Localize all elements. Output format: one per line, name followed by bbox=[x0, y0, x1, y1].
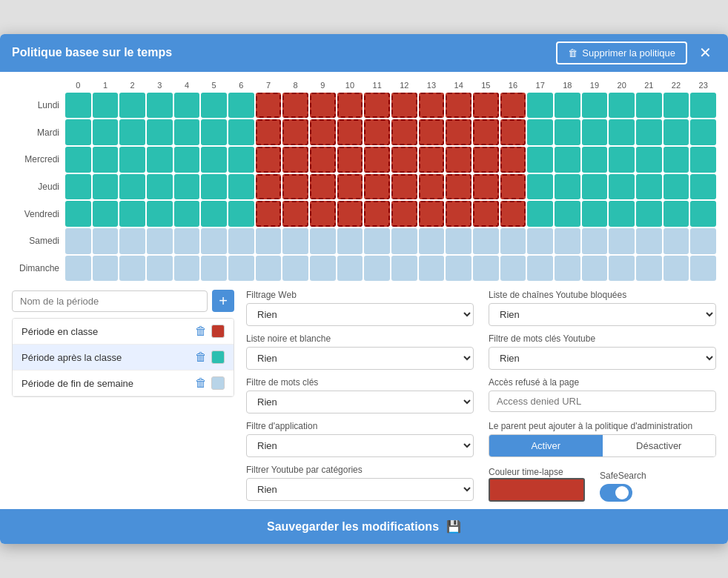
activate-button[interactable]: Activer bbox=[489, 435, 603, 456]
cal-cell[interactable] bbox=[500, 93, 526, 119]
cal-cell[interactable] bbox=[609, 256, 635, 282]
period-color-swatch[interactable] bbox=[211, 376, 225, 390]
cal-cell[interactable] bbox=[65, 119, 91, 145]
cal-cell[interactable] bbox=[473, 201, 499, 227]
cal-cell[interactable] bbox=[582, 119, 608, 145]
cal-cell[interactable] bbox=[500, 119, 526, 145]
cal-cell[interactable] bbox=[147, 228, 173, 254]
cal-cell[interactable] bbox=[555, 147, 580, 173]
access-denied-input[interactable] bbox=[489, 391, 716, 412]
cal-cell[interactable] bbox=[282, 256, 308, 282]
cal-cell[interactable] bbox=[201, 256, 227, 282]
cal-cell[interactable] bbox=[582, 201, 608, 227]
cal-cell[interactable] bbox=[555, 201, 580, 227]
period-color-swatch[interactable] bbox=[211, 325, 225, 338]
cal-cell[interactable] bbox=[337, 119, 363, 145]
cal-cell[interactable] bbox=[256, 201, 282, 227]
cal-cell[interactable] bbox=[147, 256, 173, 282]
delete-policy-button[interactable]: 🗑 Supprimer la politique bbox=[556, 41, 687, 64]
cal-cell[interactable] bbox=[119, 147, 145, 173]
cal-cell[interactable] bbox=[609, 147, 635, 173]
cal-cell[interactable] bbox=[174, 93, 200, 119]
cal-cell[interactable] bbox=[201, 93, 227, 119]
cal-cell[interactable] bbox=[201, 119, 227, 145]
cal-cell[interactable] bbox=[228, 147, 254, 173]
cal-cell[interactable] bbox=[256, 228, 282, 254]
cal-cell[interactable] bbox=[364, 147, 390, 173]
cal-cell[interactable] bbox=[65, 147, 91, 173]
cal-cell[interactable] bbox=[527, 256, 553, 282]
cal-cell[interactable] bbox=[582, 256, 608, 282]
cal-cell[interactable] bbox=[690, 119, 716, 145]
cal-cell[interactable] bbox=[256, 147, 282, 173]
cal-cell[interactable] bbox=[174, 256, 200, 282]
web-filter-select[interactable]: Rien bbox=[246, 303, 474, 326]
cal-cell[interactable] bbox=[337, 201, 363, 227]
cal-cell[interactable] bbox=[555, 256, 580, 282]
cal-cell[interactable] bbox=[690, 201, 716, 227]
cal-cell[interactable] bbox=[664, 201, 689, 227]
timelapse-color-box[interactable] bbox=[489, 478, 585, 502]
cal-cell[interactable] bbox=[419, 174, 445, 200]
cal-cell[interactable] bbox=[636, 201, 662, 227]
cal-cell[interactable] bbox=[256, 93, 282, 119]
cal-cell[interactable] bbox=[119, 174, 145, 200]
cal-cell[interactable] bbox=[201, 174, 227, 200]
cal-cell[interactable] bbox=[690, 93, 716, 119]
close-button[interactable]: ✕ bbox=[695, 44, 716, 62]
cal-cell[interactable] bbox=[664, 228, 689, 254]
cal-cell[interactable] bbox=[609, 201, 635, 227]
cal-cell[interactable] bbox=[228, 174, 254, 200]
cal-cell[interactable] bbox=[391, 119, 417, 145]
cal-cell[interactable] bbox=[364, 93, 390, 119]
cal-cell[interactable] bbox=[310, 256, 336, 282]
cal-cell[interactable] bbox=[473, 174, 499, 200]
save-button[interactable]: Sauvegarder les modifications 💾 bbox=[267, 519, 461, 534]
cal-cell[interactable] bbox=[527, 228, 553, 254]
cal-cell[interactable] bbox=[500, 147, 526, 173]
list-item[interactable]: Période après la classe🗑 bbox=[13, 345, 234, 371]
cal-cell[interactable] bbox=[310, 228, 336, 254]
cal-cell[interactable] bbox=[664, 256, 689, 282]
cal-cell[interactable] bbox=[147, 201, 173, 227]
cal-cell[interactable] bbox=[391, 228, 417, 254]
youtube-channels-select[interactable]: Rien bbox=[489, 303, 716, 326]
cal-cell[interactable] bbox=[282, 174, 308, 200]
cal-cell[interactable] bbox=[527, 174, 553, 200]
cal-cell[interactable] bbox=[582, 174, 608, 200]
cal-cell[interactable] bbox=[310, 119, 336, 145]
cal-cell[interactable] bbox=[65, 93, 91, 119]
youtube-cat-select[interactable]: Rien bbox=[246, 478, 474, 501]
cal-cell[interactable] bbox=[636, 119, 662, 145]
cal-cell[interactable] bbox=[147, 147, 173, 173]
cal-cell[interactable] bbox=[664, 174, 689, 200]
youtube-keywords-select[interactable]: Rien bbox=[489, 347, 716, 370]
cal-cell[interactable] bbox=[93, 256, 119, 282]
cal-cell[interactable] bbox=[636, 174, 662, 200]
cal-cell[interactable] bbox=[391, 201, 417, 227]
cal-cell[interactable] bbox=[446, 174, 471, 200]
cal-cell[interactable] bbox=[391, 93, 417, 119]
cal-cell[interactable] bbox=[473, 228, 499, 254]
cal-cell[interactable] bbox=[636, 256, 662, 282]
cal-cell[interactable] bbox=[337, 174, 363, 200]
delete-period-button[interactable]: 🗑 bbox=[195, 325, 207, 338]
cal-cell[interactable] bbox=[119, 93, 145, 119]
cal-cell[interactable] bbox=[282, 228, 308, 254]
cal-cell[interactable] bbox=[636, 147, 662, 173]
cal-cell[interactable] bbox=[419, 93, 445, 119]
cal-cell[interactable] bbox=[228, 201, 254, 227]
cal-cell[interactable] bbox=[690, 256, 716, 282]
cal-cell[interactable] bbox=[337, 228, 363, 254]
cal-cell[interactable] bbox=[500, 201, 526, 227]
cal-cell[interactable] bbox=[201, 147, 227, 173]
cal-cell[interactable] bbox=[310, 147, 336, 173]
cal-cell[interactable] bbox=[527, 119, 553, 145]
cal-cell[interactable] bbox=[473, 256, 499, 282]
deactivate-button[interactable]: Désactiver bbox=[603, 435, 716, 456]
cal-cell[interactable] bbox=[500, 174, 526, 200]
cal-cell[interactable] bbox=[174, 228, 200, 254]
cal-cell[interactable] bbox=[93, 228, 119, 254]
period-color-swatch[interactable] bbox=[211, 351, 225, 364]
delete-period-button[interactable]: 🗑 bbox=[195, 376, 207, 390]
